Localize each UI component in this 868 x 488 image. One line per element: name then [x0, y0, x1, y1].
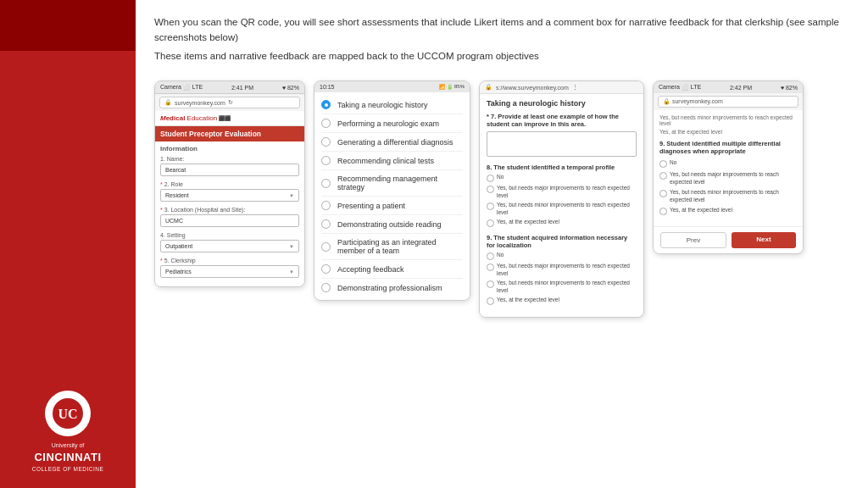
s4-q9-option-minor[interactable]: Yes, but needs minor improvements to rea… — [659, 189, 797, 203]
list-item[interactable]: Demonstrating professionalism — [321, 279, 463, 297]
radio-q8-minor[interactable] — [487, 202, 494, 210]
battery-4: ♥ 82% — [781, 85, 798, 91]
q8-option-minor[interactable]: Yes, but needs minor improvements to rea… — [487, 202, 637, 216]
uc-logo-circle: UC — [45, 391, 91, 436]
dropdown-arrow-clerkship: ▼ — [289, 269, 294, 274]
question-8-label: 8. The student identified a temporal pro… — [487, 164, 637, 171]
screen4-options: No Yes, but needs major improvements to … — [659, 159, 797, 215]
radio-neurologic-exam[interactable] — [321, 119, 331, 128]
radio-integrated-member[interactable] — [321, 242, 331, 252]
above-option-2: Yes, at the expected level — [659, 129, 797, 135]
q9-option-expected[interactable]: Yes, at the expected level — [487, 297, 637, 305]
url-bar-4[interactable]: 🔒 surveymonkey.com — [658, 96, 798, 108]
lock-icon-3: 🔒 — [485, 84, 492, 91]
field-location: 3. Location (Hospital and Site): UCMC — [160, 207, 299, 227]
s4-q9-option-expected[interactable]: Yes, at the expected level — [659, 207, 797, 215]
input-role[interactable]: Resident ▼ — [160, 189, 299, 202]
list-item[interactable]: Generating a differential diagnosis — [321, 133, 463, 152]
screenshot-survey: 🔒 s://www.surveymonkey.com ⋮ Taking a ne… — [479, 80, 644, 318]
list-item[interactable]: Demonstrating outside reading — [321, 215, 463, 234]
radio-q9-expected[interactable] — [487, 297, 494, 305]
screen1-header: Medical Education ⬛⬛ — [155, 111, 304, 126]
status-bar-1: Camera ⬜ LTE 2:41 PM ♥ 82% — [155, 81, 304, 94]
radio-q9-no[interactable] — [487, 252, 494, 260]
time-2: 10:15 — [320, 84, 335, 90]
url-bar-1[interactable]: 🔒 surveymonkey.com ↻ — [159, 97, 300, 108]
question-7-block: * 7. Provide at least one example of how… — [487, 113, 637, 157]
s4-q9-option-no[interactable]: No — [659, 159, 797, 168]
radio-presenting-patient[interactable] — [321, 201, 331, 210]
checklist-container: Taking a neurologic history Performing a… — [314, 92, 470, 300]
label-clerkship: 5. Clerkship — [160, 258, 299, 263]
radio-q8-major[interactable] — [487, 186, 494, 193]
preceptor-eval-bar: Student Preceptor Evaluation — [155, 126, 304, 141]
radio-q8-expected[interactable] — [487, 219, 494, 227]
screenshots-row: Camera ⬜ LTE 2:41 PM ♥ 82% 🔒 surveymonke… — [154, 80, 849, 318]
input-clerkship[interactable]: Pediatrics ▼ — [160, 265, 299, 278]
list-item[interactable]: Accepting feedback — [321, 260, 463, 279]
input-name[interactable]: Bearcat — [160, 164, 299, 176]
description-line1: When you scan the QR code, you will see … — [154, 15, 849, 46]
more-icon-3: ⋮ — [572, 84, 578, 91]
list-item[interactable]: Taking a neurologic history — [321, 96, 463, 114]
list-item[interactable]: Recommending management strategy — [321, 170, 463, 197]
radio-clinical-tests[interactable] — [321, 156, 331, 165]
answer-box-7[interactable] — [487, 131, 637, 157]
radio-accepting-feedback[interactable] — [321, 264, 331, 274]
screen4-body: Yes, but needs minor improvements to rea… — [654, 110, 803, 226]
time-1: 2:41 PM — [231, 85, 253, 91]
list-item[interactable]: Presenting a patient — [321, 197, 463, 215]
input-setting[interactable]: Outpatient ▼ — [160, 240, 299, 252]
radio-taking-history[interactable] — [321, 100, 331, 109]
description-block: When you scan the QR code, you will see … — [154, 15, 849, 67]
battery-1: ♥ 82% — [282, 85, 299, 91]
label-location: 3. Location (Hospital and Site): — [160, 207, 299, 213]
q8-option-no[interactable]: No — [487, 174, 637, 182]
network-4: Camera ⬜ LTE — [659, 84, 701, 91]
list-item[interactable]: Performing a neurologic exam — [321, 114, 463, 133]
status-bar-4: Camera ⬜ LTE 2:42 PM ♥ 82% — [654, 81, 803, 93]
url-text-4: surveymonkey.com — [672, 98, 723, 104]
url-text-1: surveymonkey.com — [175, 100, 225, 106]
screenshot-checklist: 10:15 📶 🔋 85% Taking a neurologic histor… — [314, 80, 470, 301]
q8-option-expected[interactable]: Yes, at the expected level — [487, 219, 637, 227]
field-role: 2. Role Resident ▼ — [160, 181, 299, 202]
radio-q8-no[interactable] — [487, 175, 494, 182]
form-section-title: Information — [160, 145, 299, 152]
q9-option-minor[interactable]: Yes, but needs minor improvements to rea… — [487, 280, 637, 294]
label-setting: 4. Setting — [160, 232, 299, 238]
radio-outside-reading[interactable] — [321, 219, 331, 229]
radio-s4-q9-major[interactable] — [659, 172, 667, 180]
survey-section-title: Taking a neurologic history — [487, 99, 637, 108]
field-setting: 4. Setting Outpatient ▼ — [160, 232, 299, 252]
radio-s4-q9-no[interactable] — [659, 160, 667, 168]
s4-q9-option-major[interactable]: Yes, but needs major improvements to rea… — [659, 171, 797, 186]
description-line2: These items and narrative feedback are m… — [154, 49, 849, 64]
radio-professionalism[interactable] — [321, 283, 331, 292]
prev-next-bar: Prev Next — [654, 226, 803, 253]
label-role: 2. Role — [160, 181, 299, 187]
status-icons-2: 📶 🔋 85% — [439, 84, 465, 90]
status-bar-2: 10:15 📶 🔋 85% — [314, 81, 470, 92]
screen4-question-9: 9. Student identified multiple different… — [659, 140, 797, 155]
input-location[interactable]: UCMC — [160, 214, 299, 227]
q9-option-major[interactable]: Yes, but needs major improvements to rea… — [487, 263, 637, 277]
radio-q9-major[interactable] — [487, 263, 494, 271]
list-item[interactable]: Participating as an integrated member of… — [321, 234, 463, 260]
question-9-block: 9. The student acquired information nece… — [487, 234, 637, 305]
prev-button[interactable]: Prev — [660, 232, 726, 248]
question-7-text: * 7. Provide at least one example of how… — [487, 113, 637, 128]
main-content: When you scan the QR code, you will see … — [136, 0, 868, 488]
q9-option-no[interactable]: No — [487, 252, 637, 260]
field-clerkship: 5. Clerkship Pediatrics ▼ — [160, 258, 299, 278]
screenshot-form: Camera ⬜ LTE 2:41 PM ♥ 82% 🔒 surveymonke… — [154, 80, 305, 287]
list-item[interactable]: Recommending clinical tests — [321, 152, 463, 170]
radio-q9-minor[interactable] — [487, 280, 494, 288]
screenshot-prev-next: Camera ⬜ LTE 2:42 PM ♥ 82% 🔒 surveymonke… — [653, 80, 804, 254]
radio-s4-q9-expected[interactable] — [659, 208, 667, 215]
radio-management-strategy[interactable] — [321, 179, 331, 188]
next-button[interactable]: Next — [732, 232, 796, 248]
radio-s4-q9-minor[interactable] — [659, 190, 667, 197]
radio-differential-diagnosis[interactable] — [321, 137, 331, 147]
q8-option-major[interactable]: Yes, but needs major improvements to rea… — [487, 185, 637, 199]
